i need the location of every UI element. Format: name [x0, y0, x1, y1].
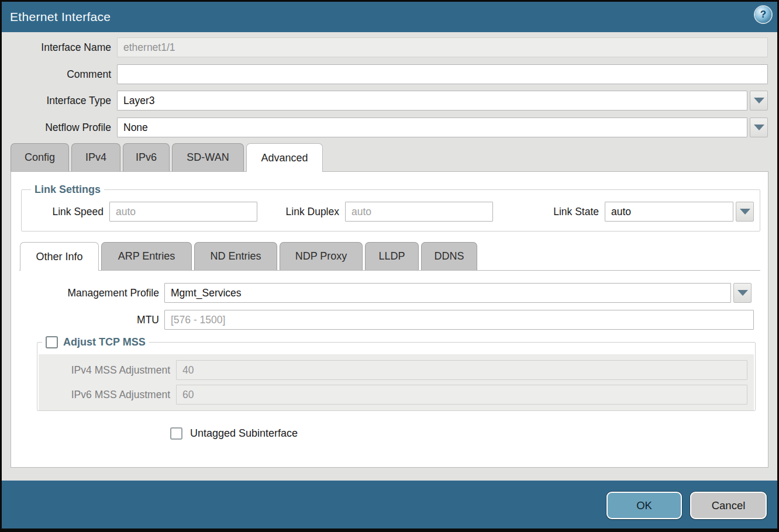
- titlebar: Ethernet Interface: [2, 2, 777, 32]
- tab-advanced[interactable]: Advanced: [246, 143, 323, 172]
- chevron-down-icon: [754, 125, 764, 130]
- cancel-button[interactable]: Cancel: [690, 492, 767, 519]
- netflow-profile-dropdown-button[interactable]: [750, 118, 768, 137]
- tab-lldp[interactable]: LLDP: [365, 242, 419, 270]
- management-profile-row: Management Profile: [11, 283, 752, 303]
- tab-ddns[interactable]: DDNS: [421, 242, 477, 270]
- ipv6-mss-input: [176, 385, 747, 405]
- netflow-profile-combo: [117, 118, 768, 137]
- management-profile-dropdown-button[interactable]: [733, 283, 752, 303]
- link-state-dropdown-button[interactable]: [736, 202, 754, 222]
- main-tab-strip: Config IPv4 IPv6 SD-WAN Advanced: [11, 143, 323, 172]
- comment-row: Comment: [2, 64, 768, 84]
- interface-name-label: Interface Name: [2, 42, 117, 54]
- management-profile-combo: [164, 283, 752, 303]
- adjust-tcp-mss-fieldset: Adjust TCP MSS IPv4 MSS Adjustment IPv6 …: [37, 336, 756, 411]
- interface-type-input[interactable]: [117, 91, 747, 110]
- advanced-tab-panel: Link Settings Link Speed Link Duplex Lin…: [11, 171, 768, 468]
- adjust-tcp-mss-checkbox[interactable]: [46, 336, 58, 348]
- interface-name-row: Interface Name: [2, 37, 768, 57]
- link-duplex-input[interactable]: [345, 202, 493, 222]
- untagged-subinterface-label: Untagged Subinterface: [190, 427, 298, 440]
- mtu-row: MTU: [11, 310, 754, 330]
- link-settings-legend: Link Settings: [31, 184, 104, 196]
- link-duplex-label: Link Duplex: [257, 206, 345, 218]
- link-state-combo: [605, 202, 754, 222]
- chevron-down-icon: [737, 290, 748, 296]
- adjust-tcp-mss-legend: Adjust TCP MSS: [42, 336, 149, 348]
- adjust-tcp-mss-label: Adjust TCP MSS: [63, 336, 146, 348]
- interface-name-input: [117, 37, 768, 57]
- mtu-input[interactable]: [164, 310, 754, 330]
- tab-arp-entries[interactable]: ARP Entries: [101, 242, 192, 270]
- mss-disabled-panel: IPv4 MSS Adjustment IPv6 MSS Adjustment: [39, 354, 754, 410]
- link-settings-fieldset: Link Settings Link Speed Link Duplex Lin…: [21, 184, 760, 232]
- ipv6-mss-row: IPv6 MSS Adjustment: [39, 385, 754, 405]
- link-settings-row: Link Speed Link Duplex Link State: [27, 202, 754, 222]
- ipv4-mss-label: IPv4 MSS Adjustment: [39, 364, 176, 376]
- link-speed-label: Link Speed: [27, 206, 109, 218]
- tab-sdwan[interactable]: SD-WAN: [172, 143, 244, 171]
- netflow-profile-label: Netflow Profile: [2, 122, 117, 134]
- tab-ipv4[interactable]: IPv4: [71, 143, 120, 171]
- tab-config[interactable]: Config: [11, 143, 69, 171]
- link-state-label: Link State: [493, 206, 605, 218]
- interface-type-combo: [117, 91, 768, 110]
- link-speed-input[interactable]: [109, 202, 257, 222]
- help-icon[interactable]: ?: [755, 6, 771, 23]
- netflow-profile-row: Netflow Profile: [2, 118, 768, 137]
- tab-other-info[interactable]: Other Info: [20, 242, 99, 271]
- ipv4-mss-input: [176, 360, 747, 380]
- ipv4-mss-row: IPv4 MSS Adjustment: [39, 360, 754, 380]
- tab-ipv6[interactable]: IPv6: [123, 143, 170, 171]
- ok-button[interactable]: OK: [606, 492, 682, 519]
- comment-input[interactable]: [117, 64, 768, 84]
- ipv6-mss-label: IPv6 MSS Adjustment: [39, 389, 176, 401]
- chevron-down-icon: [740, 209, 750, 215]
- tab-ndp-proxy[interactable]: NDP Proxy: [280, 242, 363, 270]
- link-state-input[interactable]: [605, 202, 733, 222]
- interface-type-label: Interface Type: [2, 95, 117, 107]
- management-profile-label: Management Profile: [11, 287, 164, 299]
- footer-bar: OK Cancel: [2, 481, 777, 530]
- chevron-down-icon: [754, 98, 764, 103]
- mtu-label: MTU: [11, 314, 164, 326]
- ethernet-interface-dialog: Ethernet Interface ? Interface Name Comm…: [0, 0, 779, 532]
- comment-label: Comment: [2, 68, 117, 81]
- interface-type-dropdown-button[interactable]: [750, 91, 768, 110]
- dialog-title: Ethernet Interface: [10, 10, 111, 24]
- interface-type-row: Interface Type: [2, 91, 768, 110]
- inner-tab-strip: Other Info ARP Entries ND Entries NDP Pr…: [20, 242, 477, 271]
- untagged-subinterface-row: Untagged Subinterface: [170, 427, 298, 440]
- netflow-profile-input[interactable]: [117, 118, 747, 137]
- untagged-subinterface-checkbox[interactable]: [170, 427, 182, 440]
- tab-nd-entries[interactable]: ND Entries: [194, 242, 277, 270]
- management-profile-input[interactable]: [164, 283, 731, 303]
